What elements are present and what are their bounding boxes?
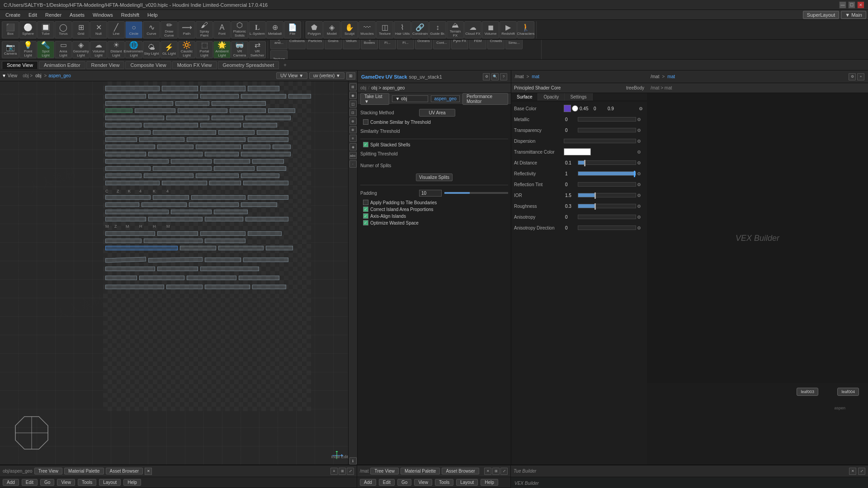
side-btn-2[interactable]: ◉ — [349, 92, 357, 99]
grid-tool[interactable]: ⊞Grid — [72, 21, 90, 38]
mat-view-btn[interactable]: View — [414, 479, 432, 486]
characters-btn[interactable]: 🚶Characters — [517, 21, 534, 38]
curve-tool[interactable]: ∿Curve — [143, 21, 160, 38]
polygon-btn[interactable]: ⬟Polygon — [306, 21, 323, 38]
layout-node-btn[interactable]: Layout — [99, 479, 121, 486]
menu-render[interactable]: Render — [42, 11, 65, 19]
dispersion-slider[interactable] — [564, 139, 636, 143]
extra-settings-icon[interactable]: ⚙ — [849, 73, 856, 80]
hair-utils-btn[interactable]: ⌇Hair Utils — [394, 21, 411, 38]
roughness-options[interactable]: ⚙ — [637, 204, 644, 209]
constrain-btn[interactable]: 🔗Constrain — [411, 21, 429, 38]
super-layout-btn[interactable]: SuperLayout — [803, 11, 839, 19]
uv-help-icon[interactable]: ? — [500, 73, 507, 80]
edit-node-btn[interactable]: Edit — [22, 479, 38, 486]
reflection-tint-slider[interactable] — [578, 182, 636, 187]
pyro-fx-btn[interactable]: Pyro FX — [451, 40, 468, 49]
layout-toggle[interactable]: ⊞ — [346, 72, 355, 80]
ior-options[interactable]: ⚙ — [637, 193, 644, 198]
visualize-splits-btn[interactable]: Visualize Splits — [416, 174, 453, 181]
area-light-btn[interactable]: ▭Area Light — [55, 41, 72, 58]
null-tool[interactable]: ✕Null — [90, 21, 107, 38]
texture-btn[interactable]: ◫Texture — [376, 21, 393, 38]
tab-animation-editor[interactable]: Animation Editor — [39, 61, 85, 69]
model-btn[interactable]: ◈Model — [323, 21, 340, 38]
gl-light-btn[interactable]: ⚡GL Light — [160, 41, 178, 58]
volume-light-btn[interactable]: ☁Volume Light — [90, 41, 107, 58]
reflection-tint-options[interactable]: ⚙ — [637, 182, 644, 187]
tab-scene-view[interactable]: Scene View — [2, 61, 38, 69]
vex-expand-btn[interactable]: ⤢ — [858, 468, 865, 475]
vex-close-btn[interactable]: ✕ — [849, 468, 856, 475]
mat-grid-btn[interactable]: ⊞ — [492, 468, 500, 475]
add-node-btn[interactable]: Add — [3, 479, 19, 486]
mat-tools-btn[interactable]: Tools — [435, 479, 453, 486]
split-stacked-checkbox[interactable]: ✓ — [363, 142, 368, 147]
close-node-editor[interactable]: ✕ — [145, 468, 152, 475]
mat-go-btn[interactable]: Go — [397, 479, 411, 486]
perf-monitor-btn[interactable]: Performance Monitor — [462, 93, 508, 105]
redshift-btn[interactable]: ▶Redshift — [500, 21, 517, 38]
mat-close-btn[interactable]: ✕ — [484, 468, 491, 475]
material-palette-btn[interactable]: Material Palette — [64, 468, 104, 474]
sculpt-btn[interactable]: ✋Sculpt — [341, 21, 358, 38]
tools-node-btn[interactable]: Tools — [78, 479, 96, 486]
oceans-btn[interactable]: Oceans — [415, 40, 432, 49]
close-btn[interactable]: ✕ — [857, 1, 864, 9]
metallic-slider[interactable] — [578, 117, 636, 122]
padding-input[interactable] — [419, 190, 442, 197]
view-node-btn[interactable]: View — [57, 479, 75, 486]
base-color-options[interactable]: ⚙ — [637, 105, 644, 112]
fluid-cont-btn[interactable]: Fluid Cont... — [433, 40, 450, 49]
side-btn-7[interactable]: ≡ — [349, 135, 357, 142]
draw-curve-tool[interactable]: ✏Draw Curve — [160, 21, 178, 38]
transmittance-options[interactable]: ⚙ — [637, 150, 644, 155]
viewport-info-btn[interactable]: ℹ — [349, 457, 357, 465]
optimize-wasted-checkbox[interactable]: ✓ — [363, 220, 368, 225]
leaf003-node[interactable]: leaf003 — [797, 388, 818, 396]
side-btn-6[interactable]: ⊗ — [349, 126, 357, 133]
sphere-tool[interactable]: ⚪Sphere — [19, 21, 37, 38]
point-light-btn[interactable]: 💡Point Light — [19, 41, 37, 58]
mat-tree-view-btn[interactable]: Tree View — [370, 468, 398, 474]
tab-geometry-spreadsheet[interactable]: Geometry Spreadsheet — [218, 61, 279, 69]
window-controls[interactable]: — ☐ ✕ — [839, 1, 864, 9]
mat-help-btn[interactable]: Help — [481, 479, 498, 486]
collisions-btn[interactable]: Collisions — [288, 40, 306, 49]
drive-simu-btn[interactable]: Drive Simu... — [505, 40, 523, 49]
correct-island-checkbox[interactable]: ✓ — [363, 206, 368, 212]
at-distance-options[interactable]: ⚙ — [637, 160, 644, 165]
combine-similar-checkbox[interactable] — [363, 119, 368, 125]
go-node-btn[interactable]: Go — [40, 479, 54, 486]
caustic-light-btn[interactable]: 🔆Caustic Light — [178, 41, 195, 58]
file-tool[interactable]: 📄File — [284, 21, 301, 38]
side-btn-10[interactable]: ⬝ — [349, 160, 357, 168]
axis-align-checkbox[interactable]: ✓ — [363, 213, 368, 219]
vr-switcher-btn[interactable]: ⇄VR Switcher — [249, 41, 266, 58]
uv-vertex-btn[interactable]: uv (vertex) ▼ — [309, 72, 344, 79]
reflectivity-options[interactable]: ⚙ — [637, 171, 644, 176]
viscous-fl-btn[interactable]: Viscous Fl... — [397, 40, 414, 49]
mat-asset-browser-btn[interactable]: Asset Browser — [442, 468, 479, 474]
mat-layout-btn[interactable]: Layout — [456, 479, 478, 486]
cloud-fx-btn[interactable]: ☁Cloud FX — [464, 21, 481, 38]
at-distance-slider[interactable] — [578, 160, 636, 165]
particle-fl-btn[interactable]: Particle Fl... — [379, 40, 396, 49]
path-tool[interactable]: ⟿Path — [178, 21, 195, 38]
muscles-btn[interactable]: 〰Muscles — [359, 21, 376, 38]
fem-btn[interactable]: FEM — [469, 40, 486, 49]
camera-btn[interactable]: 📷Camera — [2, 41, 19, 58]
mat-add-btn[interactable]: Add — [360, 479, 376, 486]
base-color-swatch[interactable] — [564, 105, 571, 112]
tab-motion-fx[interactable]: Motion FX View — [172, 61, 217, 69]
texture-fx-btn[interactable]: Texture — [270, 50, 288, 60]
side-btn-3[interactable]: ◫ — [349, 100, 357, 108]
mat-edit-btn[interactable]: Edit — [379, 479, 395, 486]
anisotropy-options[interactable]: ⚙ — [637, 215, 644, 220]
leaf004-node[interactable]: leaf004 — [837, 388, 859, 396]
anisotropy-dir-slider[interactable] — [578, 225, 636, 230]
base-color-white-dot[interactable] — [572, 105, 578, 112]
tab-surface[interactable]: Surface — [511, 93, 538, 101]
metallic-options[interactable]: ⚙ — [637, 117, 644, 122]
side-btn-5[interactable]: ⊕ — [349, 117, 357, 125]
